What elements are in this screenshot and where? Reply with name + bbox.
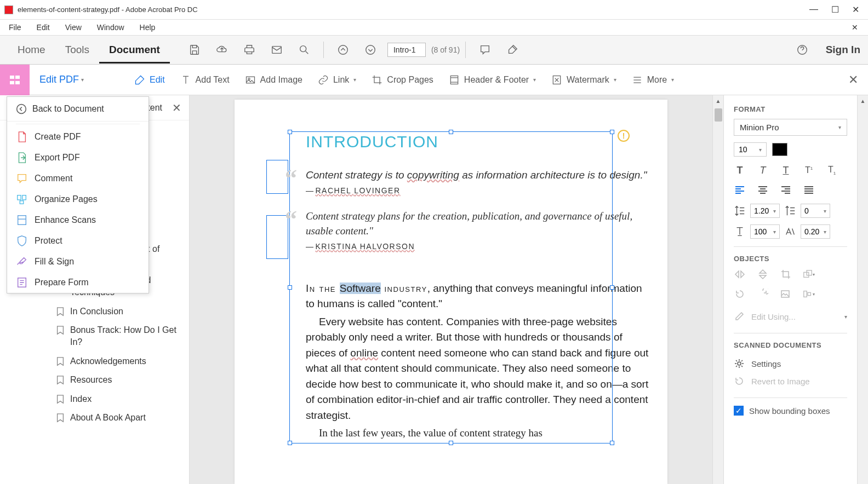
search-icon[interactable] bbox=[297, 43, 311, 57]
menu-help[interactable]: Help bbox=[136, 22, 159, 33]
scroll-up-icon[interactable]: ▲ bbox=[858, 95, 868, 106]
minimize-button[interactable]: — bbox=[809, 4, 818, 15]
sidebar-close-icon[interactable]: ✕ bbox=[172, 101, 181, 114]
help-icon[interactable] bbox=[795, 43, 809, 57]
bookmark-item[interactable]: Acknowledgements bbox=[0, 352, 189, 371]
menu-edit[interactable]: Edit bbox=[33, 22, 53, 33]
quote-attribution: —RACHEL LOVINGER bbox=[306, 186, 651, 195]
editusing-action[interactable]: Edit Using... ▾ bbox=[734, 308, 847, 325]
scrollbar[interactable]: ▲ bbox=[712, 95, 723, 484]
flip-v-icon[interactable] bbox=[757, 268, 769, 280]
tab-document[interactable]: Document bbox=[99, 36, 170, 64]
align-justify-icon[interactable] bbox=[803, 184, 815, 196]
crop-icon[interactable] bbox=[780, 268, 792, 280]
bookmark-item[interactable]: In Conclusion bbox=[0, 302, 189, 321]
align-objects-icon[interactable]: ▾ bbox=[803, 288, 815, 300]
close-edittoolbar-icon[interactable]: ✕ bbox=[848, 73, 858, 87]
addtext-tool[interactable]: Add Text bbox=[173, 74, 237, 85]
rotate-ccw-icon[interactable] bbox=[734, 288, 746, 300]
superscript-icon[interactable]: T1 bbox=[803, 164, 815, 176]
more-tool[interactable]: More▾ bbox=[624, 74, 682, 85]
fontsize-input[interactable]: 10▾ bbox=[734, 142, 767, 157]
editpdf-tool-icon[interactable] bbox=[0, 65, 30, 95]
color-picker[interactable] bbox=[772, 143, 787, 156]
quote-text: Content strategy plans for the creation,… bbox=[306, 209, 651, 239]
tab-home[interactable]: Home bbox=[8, 36, 55, 64]
kerning-input[interactable]: 0.20▾ bbox=[801, 224, 830, 239]
arrange-icon[interactable]: ▾ bbox=[803, 268, 815, 280]
menubar-close-icon[interactable]: ✕ bbox=[848, 22, 861, 33]
prepare-form-item[interactable]: Prepare Form bbox=[7, 272, 149, 293]
align-center-icon[interactable] bbox=[757, 184, 769, 196]
tab-tools[interactable]: Tools bbox=[55, 36, 99, 64]
font-dropdown[interactable]: Minion Pro▾ bbox=[734, 119, 847, 136]
svg-rect-8 bbox=[15, 81, 20, 84]
comment-item[interactable]: Comment bbox=[7, 168, 149, 189]
page-input[interactable] bbox=[387, 43, 426, 57]
svg-rect-17 bbox=[808, 292, 810, 295]
quote-text: Content strategy is to copywriting as in… bbox=[306, 168, 651, 183]
menubar: File Edit View Window Help ✕ bbox=[0, 20, 868, 35]
body-paragraph: In the Software industry, anything that … bbox=[306, 281, 651, 312]
headerfooter-tool[interactable]: Header & Footer▾ bbox=[441, 74, 544, 85]
protect-item[interactable]: Protect bbox=[7, 231, 149, 251]
signin-button[interactable]: Sign In bbox=[826, 44, 860, 56]
page-up-icon[interactable] bbox=[336, 43, 350, 57]
bold-icon[interactable]: T bbox=[734, 164, 746, 176]
svg-rect-22 bbox=[20, 201, 23, 204]
fill-sign-item[interactable]: Fill & Sign bbox=[7, 251, 149, 272]
rotate-cw-icon[interactable] bbox=[757, 288, 769, 300]
align-left-icon[interactable] bbox=[734, 184, 746, 196]
scroll-up-icon[interactable]: ▲ bbox=[713, 95, 723, 106]
lineheight-input[interactable]: 1.20▾ bbox=[750, 204, 780, 218]
organize-pages-item[interactable]: Organize Pages bbox=[7, 189, 149, 210]
watermark-tool[interactable]: Watermark▾ bbox=[544, 74, 624, 85]
scrollbar-right[interactable]: ▲ bbox=[857, 95, 868, 484]
cloud-icon[interactable] bbox=[215, 43, 229, 57]
croppages-tool[interactable]: Crop Pages bbox=[364, 74, 441, 85]
menu-view[interactable]: View bbox=[62, 22, 85, 33]
document-view[interactable]: ! INTRODUCTION “ Content strategy is to … bbox=[190, 95, 712, 484]
flip-h-icon[interactable] bbox=[734, 268, 746, 280]
bounding-boxes-checkbox[interactable]: ✓ Show bounding boxes bbox=[734, 406, 847, 416]
quote-mark-icon: “ bbox=[285, 205, 297, 233]
comment-icon[interactable] bbox=[478, 43, 492, 57]
maximize-button[interactable]: ☐ bbox=[831, 4, 839, 15]
menu-window[interactable]: Window bbox=[94, 22, 128, 33]
link-tool[interactable]: Link▾ bbox=[310, 74, 364, 85]
main-toolbar: Home Tools Document (8 of 91) Sign In bbox=[0, 35, 868, 65]
edit-tool[interactable]: Edit bbox=[127, 74, 173, 85]
revert-action[interactable]: Revert to Image bbox=[734, 372, 847, 390]
scroll-thumb[interactable] bbox=[715, 108, 722, 122]
bookmark-item[interactable]: About A Book Apart bbox=[0, 408, 189, 427]
back-to-document[interactable]: Back to Document bbox=[7, 97, 149, 122]
enhance-scans-item[interactable]: Enhance Scans bbox=[7, 210, 149, 231]
close-button[interactable]: ✕ bbox=[852, 4, 859, 15]
svg-rect-7 bbox=[10, 81, 14, 84]
mail-icon[interactable] bbox=[270, 43, 284, 57]
bookmark-item[interactable]: Resources bbox=[0, 371, 189, 389]
highlight-icon[interactable] bbox=[505, 43, 519, 57]
print-icon[interactable] bbox=[242, 43, 256, 57]
spacing-input[interactable]: 0▾ bbox=[801, 204, 830, 218]
create-pdf-item[interactable]: Create PDF bbox=[7, 126, 149, 147]
settings-action[interactable]: Settings bbox=[734, 355, 847, 372]
pdf-page[interactable]: ! INTRODUCTION “ Content strategy is to … bbox=[235, 100, 667, 484]
replace-image-icon[interactable] bbox=[780, 288, 792, 300]
italic-icon[interactable]: T bbox=[757, 164, 769, 176]
bookmark-item[interactable]: Index bbox=[0, 390, 189, 408]
svg-rect-13 bbox=[804, 272, 809, 277]
underline-icon[interactable]: T bbox=[780, 164, 792, 176]
addimage-tool[interactable]: Add Image bbox=[237, 74, 310, 85]
editpdf-dropdown[interactable]: Edit PDF▾ bbox=[30, 74, 94, 85]
page-down-icon[interactable] bbox=[363, 43, 378, 57]
export-pdf-item[interactable]: Export PDF bbox=[7, 147, 149, 168]
app-icon bbox=[4, 5, 13, 14]
svg-point-3 bbox=[366, 45, 375, 55]
subscript-icon[interactable]: T1 bbox=[826, 164, 838, 176]
bookmark-item[interactable]: Bonus Track: How Do I Get In? bbox=[0, 321, 189, 352]
scale-input[interactable]: 100▾ bbox=[750, 224, 780, 239]
menu-file[interactable]: File bbox=[5, 22, 25, 33]
align-right-icon[interactable] bbox=[780, 184, 792, 196]
save-icon[interactable] bbox=[187, 43, 202, 57]
